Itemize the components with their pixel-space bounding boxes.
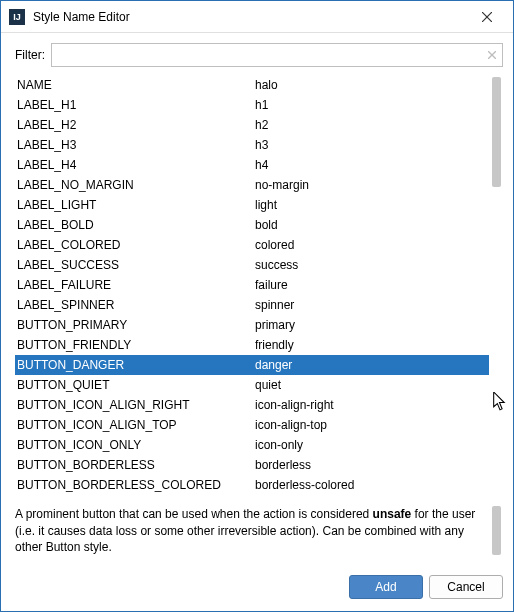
- style-value-cell: h3: [253, 135, 489, 155]
- titlebar: IJ Style Name Editor: [1, 1, 513, 33]
- style-constant-cell: BUTTON_BORDERLESS: [15, 455, 253, 475]
- style-value-cell: no-margin: [253, 175, 489, 195]
- style-table-scroll[interactable]: NAMEhaloLABEL_H1h1LABEL_H2h2LABEL_H3h3LA…: [15, 75, 489, 496]
- style-value-cell: halo: [253, 75, 489, 95]
- close-button[interactable]: [465, 2, 509, 32]
- style-value-cell: spinner: [253, 295, 489, 315]
- button-row: Add Cancel: [1, 565, 513, 611]
- style-constant-cell: LABEL_H2: [15, 115, 253, 135]
- table-row[interactable]: LABEL_SPINNERspinner: [15, 295, 489, 315]
- table-row[interactable]: LABEL_H2h2: [15, 115, 489, 135]
- filter-label: Filter:: [15, 48, 45, 62]
- filter-input[interactable]: [51, 43, 503, 67]
- scrollbar-thumb[interactable]: [492, 506, 501, 555]
- style-constant-cell: LABEL_SPINNER: [15, 295, 253, 315]
- app-icon: IJ: [9, 9, 25, 25]
- style-constant-cell: BUTTON_ICON_ALIGN_RIGHT: [15, 395, 253, 415]
- cancel-button[interactable]: Cancel: [429, 575, 503, 599]
- table-row[interactable]: BUTTON_BORDERLESSborderless: [15, 455, 489, 475]
- style-constant-cell: LABEL_H1: [15, 95, 253, 115]
- table-row[interactable]: BUTTON_PRIMARYprimary: [15, 315, 489, 335]
- description-bold: unsafe: [373, 507, 412, 521]
- style-value-cell: light: [253, 195, 489, 215]
- clear-icon: [488, 51, 496, 59]
- close-icon: [482, 12, 492, 22]
- style-constant-cell: LABEL_H3: [15, 135, 253, 155]
- table-row[interactable]: NAMEhalo: [15, 75, 489, 95]
- table-row[interactable]: LABEL_FAILUREfailure: [15, 275, 489, 295]
- table-row[interactable]: BUTTON_ICON_ONLYicon-only: [15, 435, 489, 455]
- style-constant-cell: BUTTON_FRIENDLY: [15, 335, 253, 355]
- style-value-cell: borderless-colored: [253, 475, 489, 495]
- style-constant-cell: LABEL_BOLD: [15, 215, 253, 235]
- filter-input-wrap: [51, 43, 503, 67]
- style-constant-cell: BUTTON_ICON_ONLY: [15, 435, 253, 455]
- style-value-cell: borderless: [253, 455, 489, 475]
- table-row[interactable]: LABEL_SUCCESSsuccess: [15, 255, 489, 275]
- style-constant-cell: LABEL_H4: [15, 155, 253, 175]
- style-constant-cell: BUTTON_ICON_ALIGN_TOP: [15, 415, 253, 435]
- style-constant-cell: LABEL_LIGHT: [15, 195, 253, 215]
- style-constant-cell: BUTTON_BORDERLESS_COLORED: [15, 475, 253, 495]
- table-vscrollbar[interactable]: [489, 75, 503, 496]
- add-button[interactable]: Add: [349, 575, 423, 599]
- clear-filter-button[interactable]: [485, 48, 499, 62]
- window-title: Style Name Editor: [33, 10, 465, 24]
- style-value-cell: friendly: [253, 335, 489, 355]
- description-vscrollbar[interactable]: [489, 506, 503, 555]
- style-value-cell: failure: [253, 275, 489, 295]
- style-constant-cell: LABEL_NO_MARGIN: [15, 175, 253, 195]
- style-constant-cell: LABEL_SUCCESS: [15, 255, 253, 275]
- style-value-cell: icon-align-top: [253, 415, 489, 435]
- description-box: A prominent button that can be used when…: [15, 506, 503, 555]
- style-value-cell: bold: [253, 215, 489, 235]
- table-row[interactable]: LABEL_NO_MARGINno-margin: [15, 175, 489, 195]
- table-row[interactable]: BUTTON_QUIETquiet: [15, 375, 489, 395]
- description-pre: A prominent button that can be used when…: [15, 507, 373, 521]
- style-value-cell: h1: [253, 95, 489, 115]
- table-row[interactable]: LABEL_H4h4: [15, 155, 489, 175]
- style-constant-cell: BUTTON_QUIET: [15, 375, 253, 395]
- style-value-cell: h2: [253, 115, 489, 135]
- style-value-cell: success: [253, 255, 489, 275]
- style-constant-cell: LABEL_COLORED: [15, 235, 253, 255]
- style-value-cell: danger: [253, 355, 489, 375]
- style-value-cell: icon-only: [253, 435, 489, 455]
- style-constant-cell: BUTTON_PRIMARY: [15, 315, 253, 335]
- table-row[interactable]: BUTTON_ICON_ALIGN_RIGHTicon-align-right: [15, 395, 489, 415]
- style-table: NAMEhaloLABEL_H1h1LABEL_H2h2LABEL_H3h3LA…: [15, 75, 489, 495]
- table-row[interactable]: LABEL_BOLDbold: [15, 215, 489, 235]
- table-row[interactable]: BUTTON_ICON_ALIGN_TOPicon-align-top: [15, 415, 489, 435]
- table-row[interactable]: LABEL_H1h1: [15, 95, 489, 115]
- table-row[interactable]: LABEL_COLOREDcolored: [15, 235, 489, 255]
- scrollbar-thumb[interactable]: [492, 77, 501, 187]
- style-constant-cell: LABEL_FAILURE: [15, 275, 253, 295]
- filter-row: Filter:: [15, 43, 503, 67]
- dialog-content: Filter: NAMEhaloLABEL_H1h1LABEL_H2h2LABE…: [1, 33, 513, 565]
- style-value-cell: h4: [253, 155, 489, 175]
- description-text: A prominent button that can be used when…: [15, 506, 489, 555]
- style-value-cell: primary: [253, 315, 489, 335]
- table-row[interactable]: LABEL_LIGHTlight: [15, 195, 489, 215]
- style-constant-cell: NAME: [15, 75, 253, 95]
- table-row[interactable]: BUTTON_BORDERLESS_COLOREDborderless-colo…: [15, 475, 489, 495]
- dialog-window: IJ Style Name Editor Filter:: [0, 0, 514, 612]
- table-row[interactable]: LABEL_H3h3: [15, 135, 489, 155]
- table-row[interactable]: BUTTON_DANGERdanger: [15, 355, 489, 375]
- table-row[interactable]: BUTTON_FRIENDLYfriendly: [15, 335, 489, 355]
- style-value-cell: colored: [253, 235, 489, 255]
- style-value-cell: quiet: [253, 375, 489, 395]
- style-constant-cell: BUTTON_DANGER: [15, 355, 253, 375]
- style-table-wrap: NAMEhaloLABEL_H1h1LABEL_H2h2LABEL_H3h3LA…: [15, 75, 503, 496]
- style-value-cell: icon-align-right: [253, 395, 489, 415]
